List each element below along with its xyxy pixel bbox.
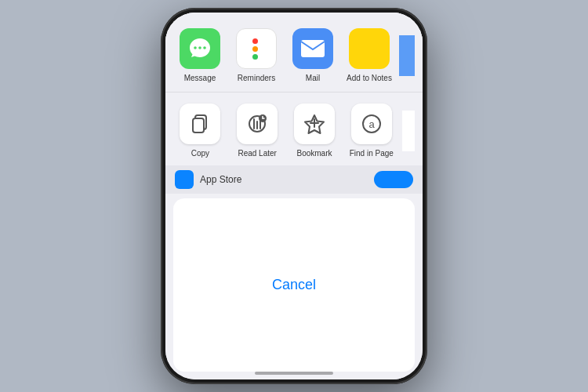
app-item-mail[interactable]: Mail bbox=[286, 28, 339, 82]
action-copy[interactable]: Copy bbox=[173, 103, 227, 158]
app-label-notes: Add to Notes bbox=[347, 74, 392, 82]
phone-screen: Message Reminders bbox=[165, 13, 423, 379]
app-item-partial bbox=[399, 35, 415, 76]
share-sheet-row: Copy Read Later bbox=[165, 93, 423, 165]
app-item-messages[interactable]: Message bbox=[173, 28, 227, 82]
phone-frame: Message Reminders bbox=[161, 8, 427, 384]
notes-icon bbox=[349, 28, 390, 69]
top-apps-row: Message Reminders bbox=[165, 13, 423, 93]
app-label-reminders: Reminders bbox=[238, 74, 275, 82]
action-read-later[interactable]: Read Later bbox=[230, 103, 284, 158]
bottom-hint-text: App Store bbox=[200, 174, 241, 185]
app-label-mail: Mail bbox=[306, 74, 320, 82]
reminders-icon bbox=[236, 28, 277, 69]
app-item-notes[interactable]: Add to Notes bbox=[343, 28, 396, 82]
bottom-hint-bar: App Store bbox=[165, 165, 423, 194]
action-label-read-later: Read Later bbox=[238, 149, 276, 158]
find-in-page-icon: a bbox=[351, 103, 392, 144]
app-item-reminders[interactable]: Reminders bbox=[230, 28, 283, 82]
svg-point-1 bbox=[198, 46, 201, 49]
action-label-copy: Copy bbox=[191, 149, 209, 158]
cancel-area[interactable]: Cancel bbox=[173, 198, 415, 372]
read-later-icon bbox=[237, 103, 278, 144]
home-indicator bbox=[255, 372, 333, 375]
messages-icon bbox=[180, 28, 220, 69]
mail-icon bbox=[292, 28, 333, 69]
screen-content: Message Reminders bbox=[165, 13, 423, 379]
action-label-find-in-page: Find in Page bbox=[350, 149, 394, 158]
partial-action-icon bbox=[402, 111, 415, 151]
svg-rect-5 bbox=[193, 118, 204, 132]
copy-icon bbox=[180, 103, 220, 144]
svg-text:a: a bbox=[368, 118, 375, 130]
svg-point-2 bbox=[203, 46, 206, 49]
get-button[interactable] bbox=[374, 171, 413, 188]
appstore-hint-icon bbox=[175, 170, 194, 189]
app-label-messages: Message bbox=[184, 74, 216, 82]
action-label-bookmark: Bookmark bbox=[296, 149, 332, 158]
action-find-in-page[interactable]: a Find in Page bbox=[345, 103, 398, 158]
svg-point-0 bbox=[194, 46, 197, 49]
partial-app-icon bbox=[399, 35, 415, 76]
action-partial bbox=[402, 111, 415, 151]
cancel-button[interactable]: Cancel bbox=[225, 266, 363, 304]
action-bookmark[interactable]: Bookmark bbox=[288, 103, 341, 158]
bookmark-icon bbox=[294, 103, 335, 144]
